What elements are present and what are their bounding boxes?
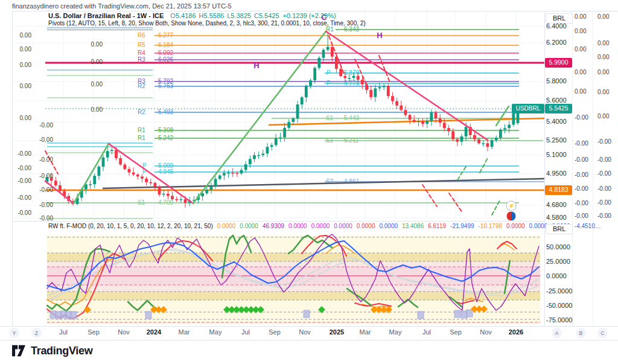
oscillator-value: 46.9309 [263, 223, 284, 229]
symbol-legend[interactable]: U.S. Dollar / Brazilian Real - 1W - ICEO… [48, 12, 336, 19]
candle-body [309, 80, 312, 86]
zero-scale-label: 0.00 [20, 62, 32, 68]
candle [469, 124, 472, 139]
candle-body [383, 86, 386, 87]
pivot-value: 4.709 [158, 199, 173, 206]
oscillator-value: 0.0000 [529, 223, 548, 229]
candle [283, 123, 286, 142]
zero-scale-label: -0.00 [18, 150, 31, 157]
time-tick-label: Nov [480, 328, 492, 336]
candle-body [89, 184, 92, 185]
candle-body [374, 88, 377, 97]
time-tick-label: May [209, 328, 222, 336]
pivot-label: S1 [138, 199, 145, 206]
scale-button-b[interactable]: B [576, 328, 586, 338]
candle-body [128, 169, 131, 173]
zero-scale-label: 0.00 [597, 89, 610, 95]
osc-axis-label: 0.0000 [546, 272, 567, 279]
pivot-value: 6.184 [158, 42, 173, 48]
tradingview-logo[interactable]: TradingView [11, 344, 92, 357]
candle-body [279, 137, 282, 138]
candle-body [296, 104, 299, 118]
candle-body [158, 187, 161, 195]
candle-body [348, 78, 351, 79]
candle [491, 138, 494, 149]
pivot-label: R2 [138, 109, 145, 115]
oscillator-legend[interactable]: RW ft. F-MOD (0, 20, 10, 1, 5, 0, 20, 10… [48, 223, 601, 229]
candle-body [231, 173, 234, 174]
oscillator-value: 13.4086 [402, 223, 424, 229]
pivot-value: 6.026 [158, 56, 173, 63]
zero-scale-label: -0.00 [597, 138, 611, 145]
candle [447, 125, 450, 136]
candle-body [339, 69, 342, 76]
candle-body [253, 155, 256, 159]
candle-body [153, 183, 156, 187]
symbol-title[interactable]: U.S. Dollar / Brazilian Real - 1W - ICE [48, 12, 164, 19]
candle-body [171, 196, 174, 199]
scale-button-y[interactable]: Y [9, 328, 19, 338]
candle [119, 155, 122, 165]
zero-scale-label: -0.00 [597, 170, 611, 177]
pivot-value: 6.092 [158, 49, 173, 56]
candle [301, 96, 304, 109]
scale-button-a[interactable]: A [552, 328, 562, 338]
candle [503, 124, 506, 133]
candle-body [132, 173, 135, 174]
candle-body [97, 167, 100, 176]
candle [425, 118, 428, 128]
zero-scale-label: -0.00 [575, 171, 588, 178]
candle-body [482, 143, 485, 144]
oscillator-value: -10.1798 [479, 223, 502, 229]
candle [149, 179, 152, 185]
zero-scale-label: 0.00 [20, 46, 32, 53]
scale-button-z[interactable]: Z [31, 328, 42, 338]
candle [275, 134, 278, 147]
candle-body [460, 136, 464, 142]
candle [374, 85, 377, 101]
time-tick-label: Mar [179, 328, 190, 336]
candle [400, 101, 403, 112]
candle [404, 106, 407, 117]
candle-body [240, 170, 243, 174]
time-tick-label: May [389, 328, 402, 336]
flash-icon: ⚡ [508, 202, 515, 209]
oscillator-title[interactable]: RW ft. F-MOD (0, 20, 10, 1, 5, 0, 20, 10… [48, 223, 213, 229]
price-tag-value: 4.8183 [549, 186, 568, 193]
candle-body [218, 176, 221, 179]
pivot-label: R1 [138, 127, 145, 133]
pivot-value: 5.242 [158, 135, 173, 141]
candle-body [227, 173, 230, 174]
pivot-value: 6.277 [158, 32, 173, 39]
candle [218, 174, 221, 180]
ohlc-value: 5.5425 [259, 12, 279, 19]
price-tag-value: 5.5425 [549, 104, 568, 112]
candle-body [421, 121, 424, 124]
change-readout: +0.1239 (+2.29%) [283, 12, 336, 19]
candle [378, 83, 381, 91]
candle [214, 176, 217, 189]
pivots-indicator-legend[interactable]: Pivots (12, AUTO, 15, Left, 8, 20, Show … [48, 20, 366, 27]
candle [383, 83, 386, 90]
zero-scale-label: 0.00 [575, 13, 587, 20]
scale-button-c[interactable]: C [597, 328, 608, 338]
zero-scale-label: -0.00 [575, 212, 588, 219]
candle-body [205, 190, 208, 193]
pair-icon [506, 211, 511, 221]
candle [387, 83, 390, 99]
zero-scale-label: 0.00 [597, 69, 610, 75]
chart-canvas[interactable]: R66.277R56.184R46.092R36.026R35.792R25.7… [0, 0, 618, 364]
osc-scale-currency-button[interactable]: BRL [546, 224, 573, 234]
candle-body [257, 155, 260, 156]
time-tick-label: Sep [269, 328, 281, 336]
pivot-label: P [327, 80, 331, 86]
oscillator-value: 0.0000 [506, 223, 525, 229]
candle-body [141, 176, 144, 178]
ohlc-key: H [199, 12, 204, 19]
main-scale-currency-button[interactable]: BRL [546, 13, 573, 24]
candle-body [93, 176, 96, 184]
zero-scale-label: 0.00 [575, 46, 587, 53]
zero-scale-label: -0.00 [18, 209, 31, 216]
candle-body [361, 80, 364, 84]
candle [339, 67, 342, 77]
